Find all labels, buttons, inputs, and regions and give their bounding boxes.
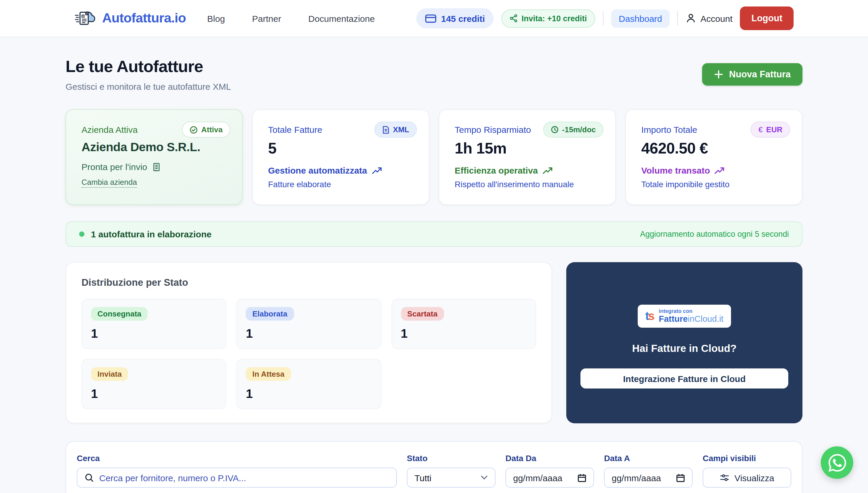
filters-bar: Cerca Stato Tutti (66, 441, 802, 493)
status-count: 1 (400, 326, 527, 341)
time-saved-value: 1h 15m (455, 140, 600, 158)
chevron-down-icon (481, 475, 488, 480)
company-status-label: Pronta per l'invio (82, 162, 147, 172)
date-to-input[interactable]: gg/mm/aaaa (604, 468, 693, 488)
logout-button[interactable]: Logout (740, 6, 794, 30)
main-nav: Blog Partner Documentazione (207, 13, 375, 23)
status-dot (79, 232, 84, 237)
dashboard-page: Autofattura.io Blog Partner Documentazio… (0, 0, 868, 493)
total-amount-card: Importo Totale € EUR 4620.50 € Volume tr… (625, 109, 802, 205)
status-selected-value: Tutti (414, 473, 431, 483)
total-invoices-card: Totale Fatture XML 5 Gestione automatizz… (252, 109, 429, 205)
status-card-inviata: Inviata 1 (82, 359, 226, 409)
date-to-placeholder: gg/mm/aaaa (612, 473, 661, 483)
document-icon (382, 126, 389, 134)
date-from-label: Data Da (505, 453, 594, 463)
main-content: Le tue Autofatture Gestisci e monitora l… (66, 57, 802, 493)
page-subtitle: Gestisci e monitora le tue autofatture X… (66, 82, 231, 91)
nav-dashboard[interactable]: Dashboard (611, 9, 670, 27)
visible-fields-group: Campi visibili Visualizza (703, 453, 791, 490)
nav-partner[interactable]: Partner (252, 13, 281, 23)
date-from-input[interactable]: gg/mm/aaaa (505, 468, 594, 488)
eur-badge-label: EUR (766, 125, 782, 134)
search-input[interactable] (99, 473, 389, 483)
account-label: Account (701, 13, 733, 23)
search-label: Cerca (77, 453, 397, 463)
amount-caption: Totale imponibile gestito (641, 179, 786, 189)
top-navbar: Autofattura.io Blog Partner Documentazio… (0, 0, 868, 37)
credits-badge[interactable]: 145 crediti (416, 8, 494, 28)
status-pill: Elaborata (246, 307, 294, 321)
header-divider (677, 11, 678, 25)
status-card-in-attesa: In Attesa 1 (237, 359, 382, 409)
credits-count: 145 crediti (441, 13, 485, 23)
status-count: 1 (91, 387, 217, 401)
invite-label: Invita: +10 crediti (521, 14, 587, 23)
visible-fields-label: Campi visibili (703, 453, 791, 463)
visualizza-label: Visualizza (735, 473, 775, 483)
title-row: Le tue Autofatture Gestisci e monitora l… (66, 57, 802, 91)
search-input-wrapper (77, 468, 397, 488)
status-count: 1 (91, 326, 217, 341)
fattureincloud-wordmark: FattureinCloud.it (659, 315, 723, 324)
search-icon (84, 473, 94, 483)
invite-badge[interactable]: Invita: +10 crediti (501, 9, 595, 27)
plus-icon (714, 70, 723, 79)
time-highlight: Efficienza operativa (455, 165, 600, 175)
header-actions: 145 crediti Invita: +10 crediti Dashboar… (416, 6, 794, 30)
trending-up-icon (715, 167, 725, 174)
account-menu[interactable]: Account (686, 13, 733, 24)
total-invoices-value: 5 (268, 140, 413, 158)
time-highlight-label: Efficienza operativa (455, 165, 538, 175)
brand-logo[interactable]: Autofattura.io (74, 9, 186, 28)
whatsapp-fab-button[interactable] (821, 446, 853, 479)
time-saved-card: Tempo Risparmiato -15m/doc 1h 15m Effici… (439, 109, 616, 205)
middle-row: Distribuzione per Stato Consegnata 1 Ela… (66, 262, 802, 423)
active-company-card: Azienda Attiva Attiva Azienda Demo S.R.L… (66, 109, 243, 205)
status-card-consegnata: Consegnata 1 (82, 299, 226, 349)
time-caption: Rispetto all'inserimento manuale (455, 179, 600, 189)
date-to-label: Data A (604, 453, 693, 463)
date-from-placeholder: gg/mm/aaaa (513, 473, 562, 483)
user-icon (686, 13, 696, 24)
status-label: Stato (407, 453, 495, 463)
distribution-grid: Consegnata 1 Elaborata 1 Scartata 1 Invi… (82, 299, 536, 409)
trending-up-icon (543, 167, 553, 174)
new-invoice-button[interactable]: Nuova Fattura (702, 63, 802, 86)
processing-status-bar: 1 autofattura in elaborazione Aggiorname… (66, 221, 802, 247)
visualizza-button[interactable]: Visualizza (703, 468, 791, 488)
nav-documentazione[interactable]: Documentazione (308, 13, 375, 23)
status-select[interactable]: Tutti (407, 468, 495, 488)
integrato-con-label: integrato con (659, 308, 723, 315)
change-company-link[interactable]: Cambia azienda (82, 178, 137, 188)
status-count: 1 (246, 326, 372, 341)
status-pill: In Attesa (246, 367, 291, 381)
calendar-icon[interactable] (578, 473, 586, 482)
amount-highlight: Volume transato (641, 165, 786, 175)
brand-name: Autofattura.io (102, 10, 186, 26)
whatsapp-icon (828, 454, 846, 471)
fatture-in-cloud-integration-button[interactable]: Integrazione Fatture in Cloud (581, 368, 788, 388)
status-card-elaborata: Elaborata 1 (237, 299, 382, 349)
status-pill: Consegnata (91, 307, 148, 321)
clock-icon (551, 126, 559, 133)
fatture-in-cloud-card: ts integrato con FattureinCloud.it Hai F… (566, 262, 802, 423)
invoices-highlight: Gestione automatizzata (268, 165, 413, 175)
company-active-badge: Attiva (182, 122, 230, 137)
calendar-icon[interactable] (676, 473, 685, 482)
auto-update-note: Aggiornamento automatico ogni 5 secondi (640, 230, 789, 238)
company-badge-label: Attiva (201, 125, 223, 134)
credit-card-icon (425, 14, 436, 23)
page-title: Le tue Autofatture (66, 57, 231, 76)
xml-badge-label: XML (393, 125, 409, 134)
euro-icon: € (758, 125, 763, 134)
fattureincloud-logo: ts integrato con FattureinCloud.it (638, 305, 731, 328)
trending-up-icon (372, 167, 382, 174)
processing-message: 1 autofattura in elaborazione (91, 229, 211, 239)
status-field-group: Stato Tutti (407, 453, 495, 490)
sliders-icon (720, 473, 729, 482)
nav-blog[interactable]: Blog (207, 13, 225, 23)
invoices-caption: Fatture elaborate (268, 179, 413, 189)
xml-badge: XML (374, 122, 417, 137)
check-circle-icon (190, 126, 198, 134)
